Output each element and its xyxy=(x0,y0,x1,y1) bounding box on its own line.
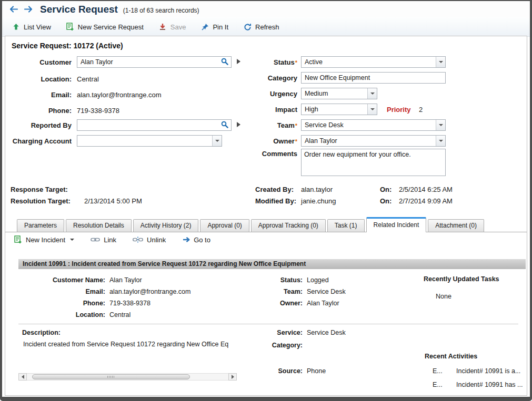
comments-field[interactable]: Order new equipment for your office. xyxy=(301,149,446,176)
phone-value: 719-338-9378 xyxy=(77,106,119,116)
app-window: Service Request (1-18 of 63 search recor… xyxy=(0,0,532,401)
list-view-button[interactable]: List View xyxy=(12,23,51,32)
activity-row-text[interactable]: Incident# 10991 has ... xyxy=(456,380,523,389)
new-service-request-icon xyxy=(66,23,75,32)
go-to-icon xyxy=(182,235,190,244)
urgency-select[interactable]: Medium xyxy=(301,88,377,99)
scrollbar-track[interactable] xyxy=(27,373,228,381)
incident-source-value: Phone xyxy=(307,366,326,376)
category-label: Category xyxy=(230,73,297,84)
new-incident-button[interactable]: New Incident xyxy=(14,235,74,244)
priority-label: Priority xyxy=(387,105,411,115)
created-on-value: 2/5/2014 6:25 AM xyxy=(399,184,453,195)
response-target-label: Response Target: xyxy=(11,184,68,195)
tab-approval-tracking[interactable]: Approval Tracking (0) xyxy=(251,219,326,232)
refresh-button[interactable]: Refresh xyxy=(243,23,279,32)
incident-header-bar[interactable]: Incident 10991 : Incident created from S… xyxy=(18,259,526,269)
owner-select[interactable]: Alan Taylor xyxy=(301,135,446,147)
scroll-left-button[interactable] xyxy=(18,373,27,381)
list-view-icon xyxy=(12,23,21,32)
incident-owner-label: Owner: xyxy=(232,299,303,308)
tab-parameters[interactable]: Parameters xyxy=(17,219,64,232)
chevron-down-icon xyxy=(212,136,222,146)
unlink-button[interactable]: Unlink xyxy=(132,235,166,244)
reported-by-search-icon[interactable] xyxy=(221,121,228,130)
tab-task[interactable]: Task (1) xyxy=(327,219,365,232)
activity-row-text[interactable]: Incident# 10991 is a... xyxy=(456,366,520,376)
recently-updated-tasks-title: Recently Updated Tasks xyxy=(424,274,499,284)
owner-label: Owner* xyxy=(230,136,297,147)
location-value: Central xyxy=(77,74,99,85)
email-label: Email: xyxy=(5,90,72,100)
forward-icon[interactable] xyxy=(24,6,33,13)
new-service-request-button[interactable]: New Service Request xyxy=(66,23,144,32)
link-icon xyxy=(90,235,101,244)
incident-team-value: Service Desk xyxy=(307,287,346,296)
tab-approval[interactable]: Approval (0) xyxy=(200,219,249,232)
chevron-down-icon xyxy=(70,239,74,241)
recent-activities-title: Recent Activities xyxy=(425,352,477,361)
activity-row-type: E... xyxy=(433,380,443,389)
activity-row-type: E... xyxy=(433,366,443,376)
unlink-icon xyxy=(132,235,144,244)
team-select[interactable]: Service Desk xyxy=(301,119,446,131)
app-header: Service Request (1-18 of 63 search recor… xyxy=(2,1,530,17)
created-on-label: On: xyxy=(380,184,392,195)
incident-source-label: Source: xyxy=(232,366,303,376)
reported-by-label: Reported By xyxy=(5,120,72,131)
incident-status-value: Logged xyxy=(307,275,329,285)
customer-input[interactable] xyxy=(77,56,232,68)
record-title: Service Request: 10172 (Active) xyxy=(12,42,123,50)
status-label: Status* xyxy=(230,57,297,68)
incident-customer-name-label: Customer Name: xyxy=(18,275,105,285)
created-by-value: alan.taylor xyxy=(301,184,333,195)
incident-email-value: alan.taylor@frontrange.com xyxy=(109,287,190,296)
save-icon xyxy=(158,23,167,32)
tab-resolution-details[interactable]: Resolution Details xyxy=(66,219,132,232)
modified-by-value: janie.chung xyxy=(301,196,336,207)
modified-on-label: On: xyxy=(380,196,392,207)
created-by-label: Created By: xyxy=(255,184,294,195)
chevron-down-icon xyxy=(367,88,377,99)
category-input[interactable] xyxy=(301,72,446,84)
incident-status-label: Status: xyxy=(232,275,303,285)
back-icon[interactable] xyxy=(9,6,18,13)
pin-icon xyxy=(200,23,209,32)
new-incident-icon xyxy=(14,235,23,244)
tab-strip: Parameters Resolution Details Activity H… xyxy=(5,217,527,232)
tab-related-incident[interactable]: Related Incident xyxy=(366,217,427,232)
horizontal-scrollbar[interactable] xyxy=(18,373,237,381)
comments-label: Comments xyxy=(230,149,297,159)
link-button[interactable]: Link xyxy=(90,235,116,244)
scroll-right-button[interactable] xyxy=(228,373,237,381)
incident-description-value: Incident created from Service Request 10… xyxy=(23,340,244,349)
impact-select[interactable]: High xyxy=(301,104,377,115)
customer-search-icon[interactable] xyxy=(221,58,228,67)
resolution-target-value: 2/13/2014 5:00 PM xyxy=(84,196,142,207)
location-label: Location: xyxy=(5,74,72,85)
scrollbar-thumb[interactable] xyxy=(32,374,190,379)
divider xyxy=(18,324,518,324)
go-to-button[interactable]: Go to xyxy=(182,235,210,244)
chevron-down-icon xyxy=(436,120,445,130)
modified-by-label: Modified By: xyxy=(255,196,296,207)
tab-attachment[interactable]: Attachment (0) xyxy=(428,219,484,232)
urgency-label: Urgency xyxy=(230,89,297,99)
incident-team-label: Team: xyxy=(232,287,303,296)
incident-service-label: Service: xyxy=(232,328,303,337)
incident-service-value: Service Desk xyxy=(307,328,346,337)
incident-phone-label: Phone: xyxy=(18,299,105,308)
charging-account-select[interactable] xyxy=(77,135,222,147)
incident-owner-value: Alan Taylor xyxy=(307,299,339,308)
pin-it-button[interactable]: Pin It xyxy=(200,23,228,32)
reported-by-input[interactable] xyxy=(77,119,232,131)
incident-customer-name-value: Alan Taylor xyxy=(109,275,142,285)
status-select[interactable]: Active xyxy=(301,56,446,68)
incident-description-label: Description: xyxy=(22,328,61,337)
tab-activity-history[interactable]: Activity History (2) xyxy=(133,219,199,232)
resolution-target-label: Resolution Target: xyxy=(11,196,71,207)
save-button[interactable]: Save xyxy=(158,23,186,32)
phone-label: Phone: xyxy=(5,106,72,116)
priority-value: 2 xyxy=(419,105,423,115)
chevron-down-icon xyxy=(367,104,377,115)
